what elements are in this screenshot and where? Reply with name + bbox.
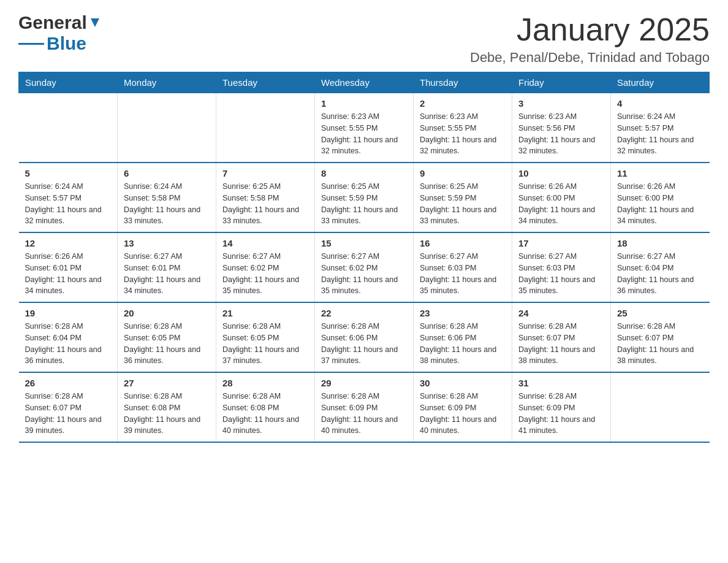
calendar-day-cell: 16Sunrise: 6:27 AMSunset: 6:03 PMDayligh…: [414, 232, 512, 302]
day-number: 7: [222, 168, 308, 178]
day-info: Sunrise: 6:26 AMSunset: 6:00 PMDaylight:…: [518, 181, 604, 227]
calendar-day-cell: 6Sunrise: 6:24 AMSunset: 5:58 PMDaylight…: [118, 163, 216, 232]
day-info: Sunrise: 6:28 AMSunset: 6:06 PMDaylight:…: [321, 321, 407, 367]
day-number: 21: [222, 308, 308, 318]
day-number: 4: [617, 98, 703, 109]
day-of-week-header: Friday: [512, 72, 611, 93]
day-info: Sunrise: 6:25 AMSunset: 5:59 PMDaylight:…: [420, 181, 506, 227]
svg-marker-0: [91, 18, 99, 27]
calendar-day-cell: 18Sunrise: 6:27 AMSunset: 6:04 PMDayligh…: [611, 232, 710, 302]
calendar-week-row: 5Sunrise: 6:24 AMSunset: 5:57 PMDaylight…: [19, 163, 710, 232]
calendar-day-cell: 8Sunrise: 6:25 AMSunset: 5:59 PMDaylight…: [315, 163, 414, 232]
day-info: Sunrise: 6:28 AMSunset: 6:09 PMDaylight:…: [518, 391, 604, 437]
calendar-day-cell: [216, 93, 315, 163]
calendar-day-cell: 1Sunrise: 6:23 AMSunset: 5:55 PMDaylight…: [315, 93, 414, 163]
calendar-day-cell: 25Sunrise: 6:28 AMSunset: 6:07 PMDayligh…: [611, 302, 710, 372]
day-info: Sunrise: 6:28 AMSunset: 6:05 PMDaylight:…: [124, 321, 210, 367]
day-number: 24: [518, 308, 604, 318]
day-number: 22: [321, 308, 407, 318]
day-number: 17: [518, 238, 604, 248]
day-info: Sunrise: 6:28 AMSunset: 6:07 PMDaylight:…: [617, 321, 703, 367]
day-info: Sunrise: 6:28 AMSunset: 6:07 PMDaylight:…: [25, 391, 112, 437]
day-number: 30: [420, 378, 506, 388]
day-number: 31: [518, 378, 604, 388]
day-number: 5: [25, 168, 112, 178]
day-of-week-header: Thursday: [414, 72, 512, 93]
day-number: 18: [617, 238, 703, 248]
calendar-day-cell: 21Sunrise: 6:28 AMSunset: 6:05 PMDayligh…: [216, 302, 315, 372]
day-number: 28: [222, 378, 308, 388]
calendar-week-row: 1Sunrise: 6:23 AMSunset: 5:55 PMDaylight…: [19, 93, 710, 163]
calendar-day-cell: 5Sunrise: 6:24 AMSunset: 5:57 PMDaylight…: [19, 163, 118, 232]
day-number: 8: [321, 168, 407, 178]
logo-blue-text: Blue: [47, 33, 86, 54]
logo-general-text: General: [18, 12, 87, 33]
calendar-day-cell: 11Sunrise: 6:26 AMSunset: 6:00 PMDayligh…: [611, 163, 710, 232]
calendar-day-cell: 17Sunrise: 6:27 AMSunset: 6:03 PMDayligh…: [512, 232, 611, 302]
day-number: 15: [321, 238, 407, 248]
calendar-day-cell: 12Sunrise: 6:26 AMSunset: 6:01 PMDayligh…: [19, 232, 118, 302]
day-info: Sunrise: 6:28 AMSunset: 6:09 PMDaylight:…: [420, 391, 506, 437]
calendar-body: 1Sunrise: 6:23 AMSunset: 5:55 PMDaylight…: [19, 93, 710, 443]
day-number: 16: [420, 238, 506, 248]
day-number: 11: [617, 168, 703, 178]
day-info: Sunrise: 6:23 AMSunset: 5:55 PMDaylight:…: [321, 111, 407, 157]
day-number: 25: [617, 308, 703, 318]
day-info: Sunrise: 6:23 AMSunset: 5:55 PMDaylight:…: [420, 111, 506, 157]
day-info: Sunrise: 6:27 AMSunset: 6:02 PMDaylight:…: [222, 251, 308, 297]
day-number: 13: [124, 238, 210, 248]
day-info: Sunrise: 6:23 AMSunset: 5:56 PMDaylight:…: [518, 111, 604, 157]
day-number: 3: [518, 98, 604, 109]
day-info: Sunrise: 6:24 AMSunset: 5:57 PMDaylight:…: [617, 111, 703, 157]
day-of-week-header: Monday: [118, 72, 216, 93]
day-info: Sunrise: 6:27 AMSunset: 6:03 PMDaylight:…: [518, 251, 604, 297]
day-info: Sunrise: 6:27 AMSunset: 6:04 PMDaylight:…: [617, 251, 703, 297]
day-info: Sunrise: 6:27 AMSunset: 6:02 PMDaylight:…: [321, 251, 407, 297]
day-number: 19: [25, 308, 112, 318]
calendar-day-cell: [118, 93, 216, 163]
day-number: 9: [420, 168, 506, 178]
calendar-day-cell: 10Sunrise: 6:26 AMSunset: 6:00 PMDayligh…: [512, 163, 611, 232]
calendar-week-row: 19Sunrise: 6:28 AMSunset: 6:04 PMDayligh…: [19, 302, 710, 372]
day-info: Sunrise: 6:26 AMSunset: 6:00 PMDaylight:…: [617, 181, 703, 227]
calendar-day-cell: 7Sunrise: 6:25 AMSunset: 5:58 PMDaylight…: [216, 163, 315, 232]
day-number: 10: [518, 168, 604, 178]
calendar-header: SundayMondayTuesdayWednesdayThursdayFrid…: [19, 72, 710, 93]
day-info: Sunrise: 6:27 AMSunset: 6:01 PMDaylight:…: [124, 251, 210, 297]
day-number: 29: [321, 378, 407, 388]
day-of-week-header: Tuesday: [216, 72, 315, 93]
day-info: Sunrise: 6:28 AMSunset: 6:05 PMDaylight:…: [222, 321, 308, 367]
calendar-day-cell: 28Sunrise: 6:28 AMSunset: 6:08 PMDayligh…: [216, 372, 315, 442]
day-number: 2: [420, 98, 506, 109]
day-info: Sunrise: 6:25 AMSunset: 5:59 PMDaylight:…: [321, 181, 407, 227]
calendar-day-cell: 15Sunrise: 6:27 AMSunset: 6:02 PMDayligh…: [315, 232, 414, 302]
logo: General Blue: [18, 12, 102, 54]
day-number: 12: [25, 238, 112, 248]
day-number: 26: [25, 378, 112, 388]
days-of-week-row: SundayMondayTuesdayWednesdayThursdayFrid…: [19, 72, 710, 93]
day-of-week-header: Wednesday: [315, 72, 414, 93]
calendar-day-cell: 4Sunrise: 6:24 AMSunset: 5:57 PMDaylight…: [611, 93, 710, 163]
calendar-day-cell: 19Sunrise: 6:28 AMSunset: 6:04 PMDayligh…: [19, 302, 118, 372]
calendar-day-cell: 24Sunrise: 6:28 AMSunset: 6:07 PMDayligh…: [512, 302, 611, 372]
day-info: Sunrise: 6:27 AMSunset: 6:03 PMDaylight:…: [420, 251, 506, 297]
calendar-day-cell: 3Sunrise: 6:23 AMSunset: 5:56 PMDaylight…: [512, 93, 611, 163]
calendar-day-cell: 13Sunrise: 6:27 AMSunset: 6:01 PMDayligh…: [118, 232, 216, 302]
logo-arrow-icon: [88, 16, 102, 29]
day-info: Sunrise: 6:28 AMSunset: 6:08 PMDaylight:…: [222, 391, 308, 437]
day-number: 27: [124, 378, 210, 388]
calendar-day-cell: 30Sunrise: 6:28 AMSunset: 6:09 PMDayligh…: [414, 372, 512, 442]
calendar-day-cell: [611, 372, 710, 442]
title-block: January 2025 Debe, Penal/Debe, Trinidad …: [470, 12, 710, 66]
calendar-day-cell: 9Sunrise: 6:25 AMSunset: 5:59 PMDaylight…: [414, 163, 512, 232]
day-info: Sunrise: 6:28 AMSunset: 6:07 PMDaylight:…: [518, 321, 604, 367]
calendar-day-cell: 22Sunrise: 6:28 AMSunset: 6:06 PMDayligh…: [315, 302, 414, 372]
calendar-day-cell: 27Sunrise: 6:28 AMSunset: 6:08 PMDayligh…: [118, 372, 216, 442]
day-of-week-header: Saturday: [611, 72, 710, 93]
day-number: 23: [420, 308, 506, 318]
day-info: Sunrise: 6:28 AMSunset: 6:04 PMDaylight:…: [25, 321, 112, 367]
calendar-table: SundayMondayTuesdayWednesdayThursdayFrid…: [18, 72, 710, 443]
page-header: General Blue January 2025 Debe, Penal/De…: [18, 12, 710, 66]
day-info: Sunrise: 6:25 AMSunset: 5:58 PMDaylight:…: [222, 181, 308, 227]
calendar-day-cell: 20Sunrise: 6:28 AMSunset: 6:05 PMDayligh…: [118, 302, 216, 372]
